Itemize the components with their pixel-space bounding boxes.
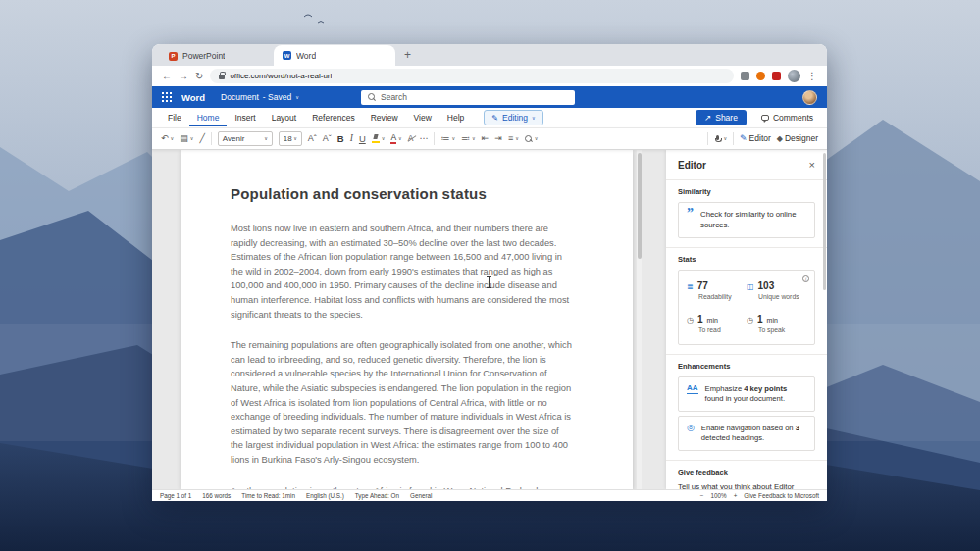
bold-button[interactable]: B [337,134,344,144]
share-button[interactable]: ↗ Share [696,110,747,125]
search-box[interactable] [361,90,575,105]
refresh-icon[interactable]: ↻ [195,72,203,81]
font-size-select[interactable]: 18 ∨ [279,131,302,146]
scrollbar-thumb[interactable] [638,153,642,259]
shrink-font-button[interactable]: Aˇ [323,134,332,143]
clock-icon: ◷ [687,316,694,325]
app-launcher-icon[interactable] [162,92,172,102]
ribbon-tab-view[interactable]: View [406,109,439,126]
find-button[interactable]: ∨ [525,135,539,143]
browser-profile-avatar[interactable] [788,70,800,82]
navigation-card[interactable]: ◎ Enable navigation based on 3 detected … [678,416,815,451]
panel-divider [666,460,827,461]
more-formatting-button[interactable]: ⋯ [419,134,428,143]
status-language[interactable]: English (U.S.) [306,492,344,499]
ribbon-tab-review[interactable]: Review [363,109,406,126]
document-page[interactable]: Population and conservation status Most … [181,150,633,489]
similarity-card[interactable]: ” Check for similarity to online sources… [678,202,815,238]
zoom-level[interactable]: 100% [711,492,727,499]
format-painter-button[interactable]: ╱ [199,134,204,143]
editor-button[interactable]: ✎ Editor [740,134,771,143]
search-input[interactable] [381,92,568,102]
chevron-down-icon: ∨ [293,136,297,141]
info-icon[interactable]: i [802,276,809,282]
browser-address-bar: ← → ↻ office.com/word/not-a-real-url ⋮ [152,66,827,86]
document-scrollbar[interactable] [637,150,642,489]
url-bar[interactable]: office.com/word/not-a-real-url [210,69,734,83]
document-paragraph[interactable]: The remaining populations are often geog… [231,338,574,467]
document-title-menu[interactable]: Document - Saved ∨ [221,92,299,102]
ribbon-tab-help[interactable]: Help [439,109,472,126]
italic-button[interactable]: I [350,134,353,144]
extension-shield-icon[interactable] [741,72,749,80]
word-favicon: W [283,51,291,60]
ribbon-tab-layout[interactable]: Layout [264,109,305,126]
lock-icon [219,75,225,79]
editor-panel-title: Editor [678,160,706,171]
ribbon-tab-home[interactable]: Home [189,109,228,126]
status-time-to-read[interactable]: Time to Read: 1min [241,492,295,499]
bullet-list-button[interactable]: ≔ ∨ [440,134,455,143]
browser-tab-word[interactable]: W Word [274,45,395,66]
numbered-list-button[interactable]: ≕ ∨ [461,134,476,143]
editor-panel: Editor × Similarity ” Check for similari… [666,150,827,489]
app-name[interactable]: Word [181,92,205,103]
chevron-down-icon: ∨ [723,136,727,141]
stat-value: 77 [697,280,708,291]
navigation-icon: ◎ [687,424,695,432]
stat-to-read: ◷ 1 min To read [687,314,747,333]
extension-icon-red[interactable] [772,72,781,80]
designer-button[interactable]: ◆ Designer [777,134,818,143]
undo-icon: ↶ [161,134,169,143]
comments-button[interactable]: Comments [755,110,819,125]
dictate-button[interactable]: ∨ [714,135,727,143]
outdent-button[interactable]: ⇤ [482,134,490,143]
close-icon[interactable]: × [809,159,815,171]
editor-pen-icon: ✎ [740,134,748,143]
font-name-select[interactable]: Avenir ∨ [218,131,273,146]
unique-words-icon: ◫ [747,282,754,291]
chevron-down-icon: ∨ [264,136,268,141]
back-icon[interactable]: ← [162,72,172,81]
ribbon-tab-file[interactable]: File [160,109,189,126]
stat-unique-words: ◫ 103 Unique words [747,280,806,300]
clear-formatting-button[interactable]: A [408,134,414,143]
stat-label: To speak [758,326,806,333]
font-color-icon: A [390,133,396,145]
browser-menu-icon[interactable]: ⋮ [807,72,817,81]
new-tab-button[interactable]: + [404,44,411,66]
status-general[interactable]: General [410,492,432,499]
account-avatar[interactable] [802,90,817,105]
paste-button[interactable]: ▤ ∨ [180,134,193,143]
ribbon-tab-references[interactable]: References [304,109,362,126]
indent-button[interactable]: ⇥ [494,134,502,143]
browser-tab-powerpoint[interactable]: P PowerPoint [160,46,274,66]
readability-icon: ≣ [687,282,694,291]
status-word-count[interactable]: 166 words [202,492,231,499]
document-paragraph[interactable]: Most lions now live in eastern and south… [231,222,574,322]
editor-panel-scrollbar[interactable] [823,153,826,290]
undo-button[interactable]: ↶ ∨ [161,134,174,143]
status-type-ahead[interactable]: Type Ahead: On [355,492,399,499]
document-title[interactable]: Population and conservation status [231,185,574,202]
zoom-out-button[interactable]: − [700,492,704,499]
editing-mode-dropdown[interactable]: ✎ Editing ∨ [484,110,542,125]
forward-icon[interactable]: → [179,72,188,81]
font-color-button[interactable]: A ∨ [390,133,401,145]
grow-font-button[interactable]: Aˆ [308,134,317,143]
chevron-down-icon: ∨ [171,136,175,141]
highlight-button[interactable]: ∨ [372,134,386,143]
extension-icon-orange[interactable] [756,72,765,80]
zoom-in-button[interactable]: + [734,492,738,499]
numbered-list-icon: ≕ [461,134,470,143]
document-canvas: Population and conservation status Most … [152,150,827,489]
status-page-count[interactable]: Page 1 of 1 [160,492,191,499]
chevron-down-icon: ∨ [515,136,519,141]
stat-readability: ≣ 77 Readability [687,280,747,300]
emphasize-card[interactable]: AA Emphasize 4 key points found in your … [678,376,815,412]
align-button[interactable]: ≡ ∨ [508,134,519,143]
underline-button[interactable]: U [359,134,366,144]
feedback-link[interactable]: Give Feedback to Microsoft [744,492,819,499]
ribbon-tab-insert[interactable]: Insert [227,109,263,126]
share-label: Share [715,113,738,123]
